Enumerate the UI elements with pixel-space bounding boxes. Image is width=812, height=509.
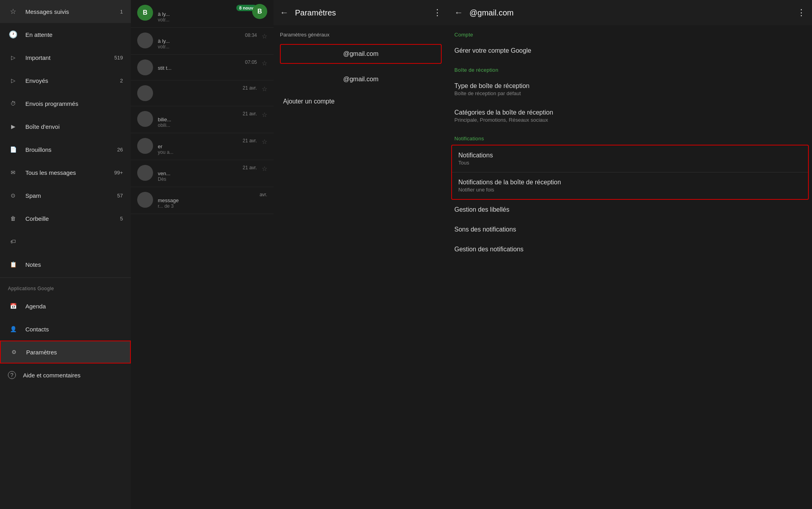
sidebar-badge-tous-messages: 99+ <box>114 170 123 176</box>
email-item-2[interactable]: 08:34 à ly... votr... ☆ <box>131 28 274 55</box>
sidebar-item-envois-programmes[interactable]: ⏱ Envois programmés <box>0 92 131 115</box>
sidebar-item-aide[interactable]: ? Aide et commentaires <box>0 364 131 387</box>
email-time-7: 21 avr. <box>243 165 257 170</box>
contacts-icon: 👤 <box>8 324 18 334</box>
notifications-item[interactable]: Notifications Tous <box>452 145 808 172</box>
sidebar-label-messages-suivis: Messages suivis <box>25 8 120 15</box>
email-item-7[interactable]: 21 avr. ven... Dès ☆ <box>131 160 274 187</box>
email-subject-6: er <box>158 144 257 149</box>
label-icon: 🏷 <box>8 236 18 247</box>
email-item-4[interactable]: 21 avr. ☆ <box>131 80 274 106</box>
account-item-1[interactable]: @gmail.com <box>280 44 442 64</box>
categories-boite-item[interactable]: Catégories de la boîte de réception Prin… <box>448 103 812 129</box>
sidebar-item-messages-suivis[interactable]: ☆ Messages suivis 1 <box>0 0 131 23</box>
email-avatar-3 <box>137 59 153 75</box>
sidebar-item-brouillons[interactable]: 📄 Brouillons 26 <box>0 138 131 161</box>
sidebar-item-tous-messages[interactable]: ✉ Tous les messages 99+ <box>0 161 131 184</box>
type-boite-sub: Boîte de réception par défaut <box>454 90 806 96</box>
settings-title: Paramètres <box>295 8 433 17</box>
general-settings-label: Paramètres généraux <box>274 25 448 41</box>
user-avatar[interactable]: B <box>252 4 267 19</box>
sidebar-item-corbeille[interactable]: 🗑 Corbeille 5 <box>0 207 131 230</box>
email-item-5[interactable]: 21 avr. bilie... obili... ☆ <box>131 106 274 133</box>
sidebar-badge-messages-suivis: 1 <box>120 9 123 15</box>
sidebar-label-boite-envoi: Boîte d'envoi <box>25 123 123 130</box>
account-settings-panel: ← @gmail.com ⋮ Compte Gérer votre compte… <box>448 0 812 509</box>
star-btn-7[interactable]: ☆ <box>262 165 267 172</box>
send-icon: ▷ <box>8 75 18 86</box>
gerer-compte-item[interactable]: Gérer votre compte Google <box>448 41 812 61</box>
email-item-8[interactable]: avr. message r... de 3 <box>131 187 274 214</box>
email-item-3[interactable]: 07:05 stit t... ☆ <box>131 55 274 80</box>
back-button-account[interactable]: ← <box>454 8 463 18</box>
sidebar-item-notes[interactable]: 📋 Notes <box>0 253 131 276</box>
sidebar-item-label-empty[interactable]: 🏷 <box>0 230 131 253</box>
back-button-settings[interactable]: ← <box>280 8 289 18</box>
sidebar-item-important[interactable]: ▷ Important 519 <box>0 46 131 69</box>
star-btn-2[interactable]: ☆ <box>262 33 267 40</box>
gestion-libelles-item[interactable]: Gestion des libellés <box>448 200 812 220</box>
account-title: @gmail.com <box>469 8 797 17</box>
email-avatar-4 <box>137 85 153 101</box>
notifications-boite-item[interactable]: Notifications de la boîte de réception N… <box>452 172 808 199</box>
sidebar-item-en-attente[interactable]: 🕐 En attente <box>0 23 131 46</box>
more-options-button-settings[interactable]: ⋮ <box>433 8 442 18</box>
sidebar-label-parametres: Paramètres <box>26 349 122 356</box>
email-preview-2: votr... <box>158 44 257 50</box>
sidebar-item-envoyes[interactable]: ▷ Envoyés 2 <box>0 69 131 92</box>
star-btn-3[interactable]: ☆ <box>262 59 267 67</box>
sidebar-label-notes: Notes <box>25 261 123 268</box>
sidebar-item-agenda[interactable]: 📅 Agenda <box>0 295 131 318</box>
star-icon: ☆ <box>8 6 18 17</box>
account-email-2: @gmail.com <box>343 76 378 82</box>
star-btn-4[interactable]: ☆ <box>262 85 267 93</box>
gestion-libelles-text: Gestion des libellés <box>454 206 806 213</box>
email-avatar-5 <box>137 111 153 127</box>
sidebar-badge-envoyes: 2 <box>120 78 123 84</box>
sidebar-label-envois-programmes: Envois programmés <box>25 100 123 107</box>
help-icon: ? <box>8 371 16 379</box>
sidebar-label-aide: Aide et commentaires <box>23 372 123 379</box>
notifications-boite-sub: Notifier une fois <box>458 187 802 193</box>
email-preview-1: votr... <box>158 17 257 23</box>
notifications-boite-text: Notifications de la boîte de réception <box>458 179 802 186</box>
email-time-8: avr. <box>260 192 267 197</box>
email-avatar-2 <box>137 33 153 48</box>
type-boite-text: Type de boîte de réception <box>454 82 806 90</box>
star-btn-6[interactable]: ☆ <box>262 138 267 145</box>
sidebar-label-tous-messages: Tous les messages <box>25 169 114 176</box>
sons-notifications-text: Sons des notifications <box>454 226 806 233</box>
sidebar-item-parametres[interactable]: ⚙ Paramètres <box>0 341 131 364</box>
sidebar-badge-brouillons: 26 <box>117 147 123 153</box>
email-subject-7: ven... <box>158 170 257 176</box>
star-btn-5[interactable]: ☆ <box>262 111 267 119</box>
email-item-6[interactable]: 21 avr. er you a... ☆ <box>131 133 274 160</box>
sidebar-badge-important: 519 <box>114 55 123 61</box>
email-subject-5: bilie... <box>158 117 257 122</box>
email-avatar-1: B <box>137 5 153 21</box>
account-header: ← @gmail.com ⋮ <box>448 0 812 25</box>
email-preview-8: r... de 3 <box>158 203 267 209</box>
email-preview-5: obili... <box>158 122 257 128</box>
more-options-button-account[interactable]: ⋮ <box>797 8 806 18</box>
type-boite-item[interactable]: Type de boîte de réception Boîte de réce… <box>448 76 812 103</box>
account-item-2[interactable]: @gmail.com <box>280 70 442 88</box>
settings-general-panel: ← Paramètres ⋮ Paramètres généraux @gmai… <box>274 0 448 509</box>
outbox-icon: ▶ <box>8 121 18 132</box>
add-account-item[interactable]: Ajouter un compte <box>277 92 445 111</box>
notifications-sub: Tous <box>458 160 802 166</box>
sidebar-item-contacts[interactable]: 👤 Contacts <box>0 318 131 341</box>
notifications-highlighted-section: Notifications Tous Notifications de la b… <box>451 145 809 200</box>
section-boite-label: Boîte de réception <box>448 61 812 76</box>
google-section-label: Applications Google <box>0 279 131 295</box>
gestion-notifications-item[interactable]: Gestion des notifications <box>448 239 812 259</box>
trash-icon: 🗑 <box>8 213 18 224</box>
gerer-compte-text: Gérer votre compte Google <box>454 47 806 54</box>
email-time-3: 07:05 <box>245 59 257 65</box>
sons-notifications-item[interactable]: Sons des notifications <box>448 220 812 239</box>
sidebar-item-boite-envoi[interactable]: ▶ Boîte d'envoi <box>0 115 131 138</box>
add-account-label: Ajouter un compte <box>283 98 335 105</box>
settings-icon: ⚙ <box>9 347 19 357</box>
section-compte-label: Compte <box>448 25 812 41</box>
sidebar-item-spam[interactable]: ⊙ Spam 57 <box>0 184 131 207</box>
